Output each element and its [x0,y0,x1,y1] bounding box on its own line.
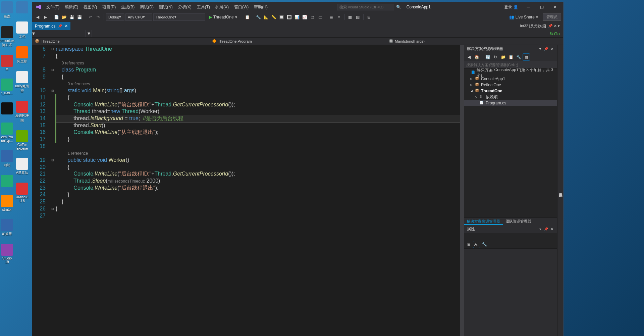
desktop-icon[interactable] [0,175,14,188]
props-dropdown-icon[interactable]: ▾ [538,227,542,232]
fold-column[interactable]: ⊟⊟⊟⊟⊟ [50,45,55,336]
menu-item[interactable]: 帮助(H) [251,3,270,11]
solution-search-input[interactable] [464,61,557,68]
tb-icon-9[interactable]: 🗂 [309,14,316,20]
vs-search-input[interactable] [337,4,394,10]
desktop-icon[interactable]: 文档 [15,21,29,39]
desktop-icon[interactable] [15,1,29,14]
se-collapse-icon[interactable]: 📁 [500,54,506,60]
config-dropdown[interactable]: Debug ▾ [106,13,124,21]
tb-icon-8[interactable]: 📈 [302,14,308,20]
desktop-icon[interactable]: strator [0,195,14,211]
startup-dropdown[interactable]: ThreadOne ▾ [153,13,205,21]
desktop-icon[interactable] [0,102,14,115]
props-object-dropdown[interactable] [464,233,557,240]
se-show-all-icon[interactable]: 📋 [507,54,514,60]
nav-drop-2[interactable]: ▾ [86,30,92,37]
tree-node[interactable]: ▷⚙依赖项 [464,94,557,100]
breadcrumb-class[interactable]: 🔶 ThreadOne.Program [209,38,386,45]
start-debug-button[interactable]: ▶ThreadOne ▾ [206,14,240,20]
se-home-icon[interactable]: 🏠 [473,54,480,60]
props-wrench-icon[interactable]: 🔧 [481,241,488,248]
tb-icon-11[interactable]: ≣ [328,14,335,20]
tab-team-explorer[interactable]: 团队资源管理器 [503,218,534,225]
desktop-icon[interactable]: M [0,55,14,71]
code-editor[interactable]: 6789101112131415161718192021222324252627… [32,45,464,336]
tb-icon-7[interactable]: 📊 [294,14,301,20]
save-all-icon[interactable]: 💾 [76,14,83,20]
menu-item[interactable]: 视图(V) [81,3,100,11]
solution-node[interactable]: 📘解决方案"ConsoleApp1"(第 3 个项目，共 3 个) [464,70,557,76]
panel-close-icon[interactable]: ✕ [550,47,554,51]
menu-item[interactable]: 编辑(E) [62,3,81,11]
props-pin-icon[interactable]: 📌 [544,227,548,232]
desktop-icon[interactable]: 动效果 [0,219,14,236]
pin-icon[interactable]: 📌 [58,24,62,28]
menu-item[interactable]: 窗口(W) [231,3,251,11]
breadcrumb-method[interactable]: 🔘 Main(string[] args) [386,38,563,45]
props-close-icon[interactable]: ✕ [550,227,554,232]
close-button[interactable]: ✕ [548,2,562,12]
desktop-icon[interactable]: A星算法 [15,158,29,175]
props-alpha-icon[interactable]: A↓ [473,241,480,248]
desktop-icon[interactable]: Studio 19 [0,244,14,264]
solution-tree[interactable]: 📘解决方案"ConsoleApp1"(第 3 个项目，共 3 个) ▷📦Cons… [464,68,557,218]
close-tab-icon[interactable]: ✕ [65,24,68,28]
menu-item[interactable]: 工具(T) [194,3,213,11]
redo-icon[interactable]: ↷ [95,14,102,20]
desktop-icon[interactable]: XMind 8 U 8 [15,183,29,203]
desktop-icon[interactable]: een Pro unityp... [0,123,14,143]
tb-icon-6[interactable]: 🔳 [286,14,293,20]
vertical-collapsed-tab[interactable]: 数据工具操作 [557,45,563,336]
panel-dropdown-icon[interactable]: ▾ [538,47,542,51]
back-icon[interactable]: ◀ [34,14,41,20]
tb-icon-13[interactable]: ▦ [347,14,354,20]
go-button[interactable]: ↻Go [546,31,563,36]
desktop-icon[interactable]: unity账号密 [15,71,29,93]
tab-solution-explorer[interactable]: 解决方案资源管理器 [464,218,503,225]
tb-icon-1[interactable]: 📋 [244,14,251,20]
props-categorized-icon[interactable]: ⊞ [466,241,472,248]
tree-node[interactable]: 📄Program.cs [464,100,557,106]
desktop-icon[interactable]: 阿里邮 [15,46,29,64]
search-icon[interactable]: 🔍 [396,5,401,9]
desktop-icon[interactable]: bmfont.ex 捷方式 [0,26,14,47]
platform-dropdown[interactable]: Any CPU ▾ [125,13,152,21]
se-properties-icon[interactable]: 🔧 [515,54,522,60]
tb-icon-4[interactable]: 📏 [271,14,277,20]
nav-drop-1[interactable]: ▾ [32,30,86,37]
menu-item[interactable]: 文件(F) [44,3,62,11]
menu-item[interactable]: 扩展(X) [213,3,231,11]
desktop-icon[interactable]: GeFor Experie [15,130,29,150]
desktop-icon[interactable]: 动站 [0,150,14,167]
tab-program-cs[interactable]: Program.cs 📌 ✕ [32,22,70,30]
desktop-icon[interactable]: 巨鹿 [0,1,14,19]
tree-node[interactable]: ▷📦ReflectOne [464,82,557,88]
menu-item[interactable]: 分析(X) [175,3,194,11]
undo-icon[interactable]: ↶ [87,14,94,20]
menu-item[interactable]: 调试(D) [137,3,156,11]
tb-icon-12[interactable]: ≡ [336,14,342,20]
tb-icon-15[interactable]: ⊞ [366,14,372,20]
tb-icon-5[interactable]: 🔲 [278,14,285,20]
new-icon[interactable]: 📄 [53,14,60,20]
se-sync-icon[interactable]: 🔄 [484,54,491,60]
se-preview-icon[interactable]: ▦ [523,54,530,60]
tb-icon-10[interactable]: 🗃 [317,14,324,20]
admin-button[interactable]: 管理员 [543,13,561,21]
panel-pin-icon[interactable]: 📌 [544,47,548,51]
tb-icon-3[interactable]: 📐 [263,14,270,20]
tb-icon-2[interactable]: 🔧 [255,14,262,20]
menu-item[interactable]: 生成(B) [118,3,137,11]
login-link[interactable]: 登录 👤 [504,4,518,10]
desktop-icon[interactable]: 极速PDF阅 [15,101,29,123]
save-icon[interactable]: 💾 [68,14,75,20]
tree-node[interactable]: ◢📦ThreadOne [464,88,557,94]
maximize-button[interactable]: ▢ [535,2,548,12]
se-refresh-icon[interactable]: ↻ [492,54,499,60]
live-share-button[interactable]: 👥 Live Share ▾ [506,14,541,20]
tb-icon-14[interactable]: ▧ [355,14,361,20]
menu-item[interactable]: 项目(P) [100,3,118,11]
code-area[interactable]: namespace ThreadOne{ 0 references class … [55,45,460,336]
menu-item[interactable]: 测试(N) [156,3,175,11]
